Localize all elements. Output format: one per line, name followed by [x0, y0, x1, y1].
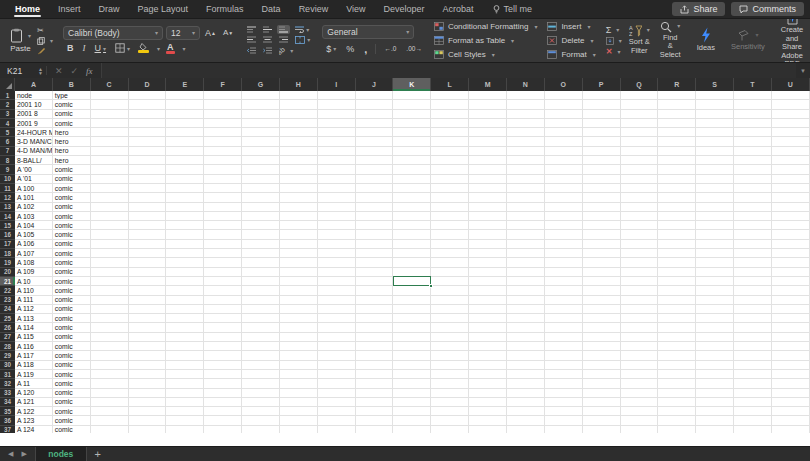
- cell-C2[interactable]: [91, 100, 129, 109]
- cell-C8[interactable]: [91, 156, 129, 165]
- cell-G10[interactable]: [242, 175, 280, 184]
- cell-K35[interactable]: [393, 407, 431, 416]
- cell-L27[interactable]: [431, 333, 469, 342]
- cell-O5[interactable]: [545, 128, 583, 137]
- cancel-icon[interactable]: ✕: [55, 66, 63, 76]
- cell-G6[interactable]: [242, 137, 280, 146]
- menu-tab-page-layout[interactable]: Page Layout: [129, 0, 198, 18]
- cell-L13[interactable]: [431, 203, 469, 212]
- column-header-L[interactable]: L: [431, 78, 469, 91]
- cell-D20[interactable]: [129, 268, 167, 277]
- cell-S18[interactable]: [696, 249, 734, 258]
- row-header-21[interactable]: 21: [0, 277, 15, 286]
- cell-J17[interactable]: [356, 240, 394, 249]
- cell-Q10[interactable]: [621, 175, 659, 184]
- cell-F27[interactable]: [204, 333, 242, 342]
- cell-S36[interactable]: [696, 416, 734, 425]
- cell-J29[interactable]: [356, 351, 394, 360]
- cell-H11[interactable]: [280, 184, 318, 193]
- cell-S15[interactable]: [696, 221, 734, 230]
- cell-C24[interactable]: [91, 305, 129, 314]
- cell-N16[interactable]: [507, 230, 545, 239]
- cell-C6[interactable]: [91, 137, 129, 146]
- cell-L3[interactable]: [431, 110, 469, 119]
- cell-R35[interactable]: [658, 407, 696, 416]
- cell-B26[interactable]: comic: [53, 323, 91, 332]
- cell-O8[interactable]: [545, 156, 583, 165]
- cell-G23[interactable]: [242, 296, 280, 305]
- cell-B21[interactable]: comic: [53, 277, 91, 286]
- cell-M35[interactable]: [469, 407, 507, 416]
- cell-A10[interactable]: A '01: [15, 175, 53, 184]
- cell-Q24[interactable]: [621, 305, 659, 314]
- row-header-25[interactable]: 25: [0, 314, 15, 323]
- cell-J9[interactable]: [356, 165, 394, 174]
- cell-O17[interactable]: [545, 240, 583, 249]
- cell-I9[interactable]: [318, 165, 356, 174]
- cell-U9[interactable]: [772, 165, 810, 174]
- cell-G26[interactable]: [242, 323, 280, 332]
- cell-N20[interactable]: [507, 268, 545, 277]
- cell-P34[interactable]: [583, 398, 621, 407]
- cell-B36[interactable]: comic: [53, 416, 91, 425]
- cell-C4[interactable]: [91, 119, 129, 128]
- cell-D9[interactable]: [129, 165, 167, 174]
- cell-C29[interactable]: [91, 351, 129, 360]
- cell-U29[interactable]: [772, 351, 810, 360]
- row-header-17[interactable]: 17: [0, 240, 15, 249]
- cell-B4[interactable]: comic: [53, 119, 91, 128]
- cell-E33[interactable]: [166, 389, 204, 398]
- cell-B37[interactable]: comic: [53, 426, 91, 433]
- increase-indent-button[interactable]: [261, 46, 274, 55]
- cell-U13[interactable]: [772, 203, 810, 212]
- cell-D17[interactable]: [129, 240, 167, 249]
- cell-C23[interactable]: [91, 296, 129, 305]
- cell-C19[interactable]: [91, 258, 129, 267]
- cell-B23[interactable]: comic: [53, 296, 91, 305]
- cell-Q30[interactable]: [621, 361, 659, 370]
- cell-C31[interactable]: [91, 370, 129, 379]
- cell-K17[interactable]: [393, 240, 431, 249]
- cell-C18[interactable]: [91, 249, 129, 258]
- clear-button[interactable]: ✕▾: [606, 47, 622, 56]
- cell-E8[interactable]: [166, 156, 204, 165]
- cell-U26[interactable]: [772, 323, 810, 332]
- cell-P37[interactable]: [583, 426, 621, 433]
- cell-L32[interactable]: [431, 379, 469, 388]
- cell-K7[interactable]: [393, 147, 431, 156]
- cell-A14[interactable]: A 103: [15, 212, 53, 221]
- cell-C34[interactable]: [91, 398, 129, 407]
- number-format-dropdown[interactable]: General ▾: [322, 25, 414, 39]
- row-header-32[interactable]: 32: [0, 379, 15, 388]
- row-header-19[interactable]: 19: [0, 258, 15, 267]
- align-top-button[interactable]: [245, 25, 258, 34]
- delete-button[interactable]: Delete▾: [547, 34, 595, 46]
- cell-U33[interactable]: [772, 389, 810, 398]
- cell-O20[interactable]: [545, 268, 583, 277]
- cell-S3[interactable]: [696, 110, 734, 119]
- cell-O22[interactable]: [545, 286, 583, 295]
- name-box-stepper[interactable]: ▲▼: [38, 67, 43, 75]
- cell-Q17[interactable]: [621, 240, 659, 249]
- cell-P27[interactable]: [583, 333, 621, 342]
- cell-D27[interactable]: [129, 333, 167, 342]
- cell-J31[interactable]: [356, 370, 394, 379]
- cell-M1[interactable]: [469, 91, 507, 100]
- cell-B19[interactable]: comic: [53, 258, 91, 267]
- cell-U30[interactable]: [772, 361, 810, 370]
- cell-J21[interactable]: [356, 277, 394, 286]
- cell-M28[interactable]: [469, 342, 507, 351]
- cell-A12[interactable]: A 101: [15, 193, 53, 202]
- cell-Q18[interactable]: [621, 249, 659, 258]
- cell-P35[interactable]: [583, 407, 621, 416]
- cell-D18[interactable]: [129, 249, 167, 258]
- cell-M22[interactable]: [469, 286, 507, 295]
- cell-D33[interactable]: [129, 389, 167, 398]
- cell-N36[interactable]: [507, 416, 545, 425]
- cell-F15[interactable]: [204, 221, 242, 230]
- cell-S26[interactable]: [696, 323, 734, 332]
- cell-L6[interactable]: [431, 137, 469, 146]
- cell-R29[interactable]: [658, 351, 696, 360]
- cell-L11[interactable]: [431, 184, 469, 193]
- cell-P13[interactable]: [583, 203, 621, 212]
